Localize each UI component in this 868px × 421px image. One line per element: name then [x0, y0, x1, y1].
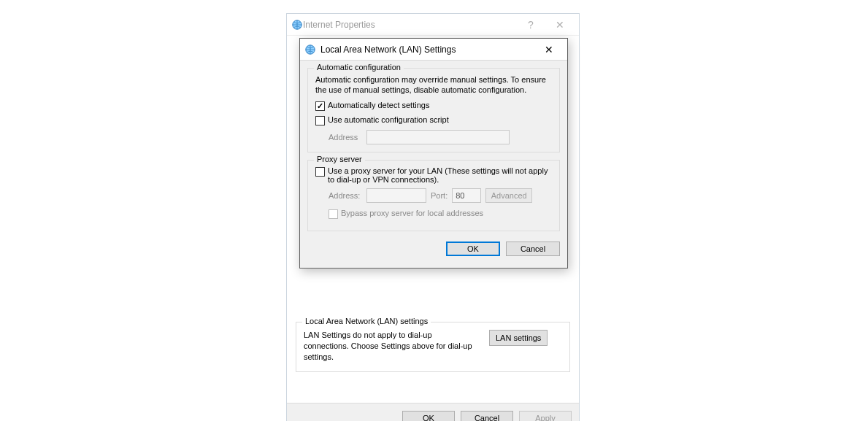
parent-buttonbar: OK Cancel Apply [287, 403, 579, 421]
lan-help-text: LAN Settings do not apply to dial-up con… [304, 330, 479, 363]
dialog-body: Automatic configuration Automatic config… [300, 61, 567, 268]
auto-config-fieldset: Automatic configuration Automatic config… [307, 68, 560, 152]
dialog-buttonbar: OK Cancel [307, 239, 560, 260]
auto-script-row[interactable]: Use automatic configuration script [315, 115, 552, 125]
proxy-use-label: Use a proxy server for your LAN (These s… [328, 166, 552, 184]
auto-detect-row[interactable]: Automatically detect settings [315, 101, 552, 111]
lan-settings-dialog: Local Area Network (LAN) Settings ✕ Auto… [299, 38, 568, 269]
proxy-address-input[interactable] [366, 188, 426, 203]
proxy-use-row[interactable]: Use a proxy server for your LAN (These s… [315, 166, 552, 184]
proxy-advanced-button[interactable]: Advanced [485, 188, 532, 203]
dialog-close-button[interactable]: ✕ [534, 44, 564, 55]
lan-groupbox: Local Area Network (LAN) settings LAN Se… [296, 322, 570, 372]
proxy-bypass-label: Bypass proxy server for local addresses [341, 209, 483, 217]
help-button[interactable]: ? [516, 19, 545, 31]
globe-icon [304, 44, 316, 55]
auto-config-legend: Automatic configuration [314, 63, 404, 72]
proxy-bypass-checkbox[interactable] [329, 209, 338, 219]
parent-ok-button[interactable]: OK [402, 411, 455, 422]
auto-script-checkbox[interactable] [315, 116, 325, 125]
dialog-ok-button[interactable]: OK [446, 242, 500, 256]
dialog-title: Local Area Network (LAN) Settings [320, 45, 534, 55]
auto-config-help: Automatic configuration may override man… [315, 74, 552, 95]
parent-cancel-button[interactable]: Cancel [461, 411, 513, 422]
auto-script-label: Use automatic configuration script [328, 115, 449, 124]
proxy-use-checkbox[interactable] [315, 167, 325, 177]
parent-title: Internet Properties [303, 20, 516, 30]
proxy-address-label: Address: [329, 191, 362, 200]
lan-settings-button[interactable]: LAN settings [489, 330, 548, 346]
auto-detect-label: Automatically detect settings [328, 101, 429, 109]
auto-address-row: Address [329, 130, 552, 144]
dialog-cancel-button[interactable]: Cancel [506, 242, 560, 256]
proxy-legend: Proxy server [314, 155, 365, 163]
auto-address-input[interactable] [366, 130, 510, 144]
parent-titlebar: Internet Properties ? ✕ [287, 14, 579, 36]
proxy-address-row: Address: Port: Advanced [329, 188, 552, 203]
proxy-bypass-row[interactable]: Bypass proxy server for local addresses [329, 209, 552, 219]
lan-groupbox-legend: Local Area Network (LAN) settings [302, 317, 431, 325]
auto-address-label: Address [329, 133, 362, 142]
auto-detect-checkbox[interactable] [315, 101, 325, 111]
internet-options-icon [291, 19, 303, 31]
parent-apply-button[interactable]: Apply [519, 411, 572, 422]
close-button[interactable]: ✕ [545, 19, 575, 31]
lan-settings-row: LAN Settings do not apply to dial-up con… [304, 330, 562, 363]
proxy-port-label: Port: [431, 191, 448, 200]
proxy-fieldset: Proxy server Use a proxy server for your… [307, 160, 560, 231]
dialog-titlebar: Local Area Network (LAN) Settings ✕ [300, 39, 567, 61]
proxy-port-input[interactable] [452, 188, 481, 203]
